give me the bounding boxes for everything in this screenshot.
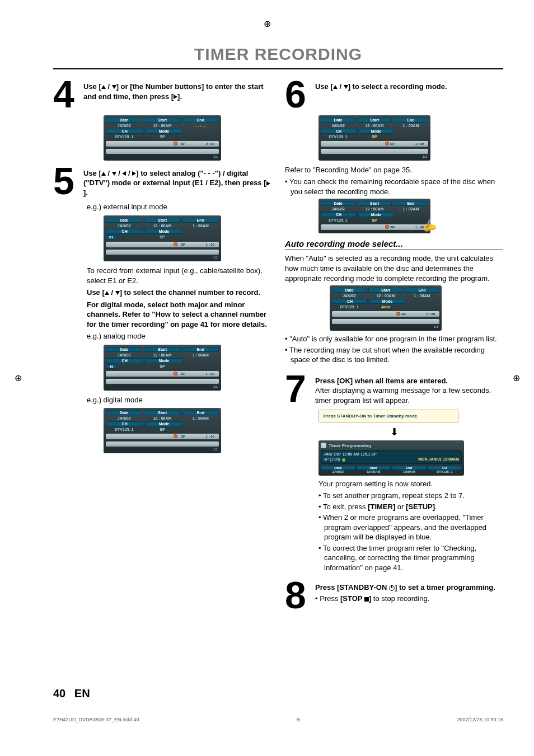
t: / <box>338 82 344 91</box>
osd-v: JAN/02 <box>321 207 355 211</box>
digital-note: For digital mode, select both major and … <box>87 300 271 330</box>
osd-h: Date <box>332 288 367 293</box>
step-8-bullet: Press [STOP ] to stop recording. <box>315 594 495 604</box>
rec-indicator-icon <box>342 458 345 462</box>
osd-e1: E1 <box>106 235 117 240</box>
osd-v: 12 : 00AM <box>144 416 180 420</box>
osd-h: CH <box>321 129 357 134</box>
osd-v: 12 : 00AM <box>144 124 180 128</box>
left-column: 4 Use [ / ] or [the Number buttons] to e… <box>53 78 271 616</box>
check-list: You can check the remaining recordable s… <box>285 177 503 196</box>
step-6-number: 6 <box>285 78 310 111</box>
t: Use [ <box>87 288 105 297</box>
osd-v: 12 : 00AM <box>144 353 180 357</box>
step-7: 7 Press [OK] when all items are entered.… <box>285 373 503 406</box>
t: [SETUP] <box>406 503 435 511</box>
footer-left: E7H42UD_DVDR3506-37_EN.indd 40 <box>53 717 139 722</box>
osd-step6: Date Start End JAN/02 12 : 00AM 1 : 00AM… <box>318 115 430 161</box>
th: Start <box>357 466 391 470</box>
osd-v: SP <box>144 135 180 139</box>
down-icon <box>115 291 120 295</box>
right-column: 6 Use [ / ] to select a recording mode. … <box>285 78 503 616</box>
eg-digital-label: e.g.) digital mode <box>87 395 271 405</box>
stored-bullets: To set another program, repeat steps 2 t… <box>318 491 503 572</box>
osd-v: SP <box>144 364 180 369</box>
osd-v: SP <box>357 135 392 139</box>
step-7-text: Press [OK] when all items are entered. A… <box>315 373 503 406</box>
rec-dot-icon <box>174 372 177 375</box>
step-6: 6 Use [ / ] to select a recording mode. <box>285 78 503 111</box>
print-footer: E7H42UD_DVDR3506-37_EN.indd 40 ⊕ 2007/12… <box>53 717 503 722</box>
osd-external: Date Start End JAN/02 12 : 00AM 1 : 00AM… <box>104 215 221 261</box>
osd-pager: 1/1 <box>332 325 439 328</box>
rec-dot-icon <box>385 142 389 145</box>
th: Date <box>321 466 355 470</box>
t: To exit, press <box>323 503 368 511</box>
up-icon <box>333 85 338 89</box>
osd-h: Mode <box>358 129 394 134</box>
osd-h: Date <box>106 218 142 223</box>
osd-h: Mode <box>145 358 182 363</box>
osd-digital: Date Start End JAN/02 12 : 00AM 1 : 00AM… <box>104 408 221 453</box>
osd-h: Mode <box>145 129 182 134</box>
t: / <box>126 169 132 177</box>
osd-v: SP <box>144 235 180 240</box>
osd-h: End <box>182 118 219 123</box>
check-bullet: You can check the remaining recordable s… <box>285 177 503 196</box>
auto-heading: Auto recording mode select... <box>285 239 503 250</box>
timer-clock: MON JAN/01 11:00AM <box>418 457 459 462</box>
td: JAN/02 <box>321 470 355 473</box>
stored-b2: To exit, press [TIMER] or [SETUP]. <box>318 502 503 512</box>
osd-time: 1 : 00 <box>415 141 424 147</box>
osd-pager: 1/1 <box>321 155 428 158</box>
th: CH <box>428 466 462 470</box>
crop-mark-left: ⊕ <box>11 372 25 385</box>
osd-pager: 1/1 <box>106 385 219 388</box>
page-num-value: 40 <box>53 687 65 699</box>
osd-h: Mode <box>358 212 394 217</box>
osd-v: DTV125. 1 <box>106 135 142 139</box>
osd-h: CH <box>106 129 143 134</box>
page-number: 40 EN <box>53 687 90 700</box>
osd-v: 1 : 00AM <box>394 124 428 128</box>
osd-time: 2 : 00 <box>206 141 214 147</box>
page-title: TIMER RECORDING <box>53 45 503 64</box>
t: ] to set a timer programming. <box>395 583 495 591</box>
osd-h: End <box>182 410 219 415</box>
t: / <box>109 288 115 297</box>
footer-right: 2007/12/28 10:53:16 <box>457 717 503 722</box>
osd-h: Start <box>357 118 392 123</box>
down-icon <box>112 172 116 176</box>
up-icon <box>105 291 109 295</box>
td: 12:00AM <box>357 470 391 473</box>
osd-h: End <box>394 118 428 123</box>
osd-v: 1 : 00AM <box>182 416 219 420</box>
osd-h: End <box>394 201 428 206</box>
play-icon <box>266 181 270 186</box>
crop-mark-right: ⊕ <box>509 372 523 385</box>
step-5: 5 Use [ / / / ] to select analog ("- - -… <box>53 165 271 198</box>
stored-b4: To correct the timer program refer to "C… <box>318 543 503 573</box>
osd-h: Date <box>321 201 355 206</box>
step-7-number: 7 <box>285 373 310 405</box>
up-icon <box>101 85 106 89</box>
osd-time: 1 : 00 <box>206 242 214 247</box>
osd-h: End <box>182 347 219 352</box>
power-icon <box>389 585 395 591</box>
timer-programming-panel: Timer Programming JAN/ 2/07 12:00 AM 125… <box>318 440 464 475</box>
auto-body: When "Auto" is selected as a recording m… <box>285 253 503 283</box>
osd-v: 1 : 00AM <box>405 294 439 298</box>
crop-mark-top: ⊕ <box>260 17 274 30</box>
down-icon <box>344 85 348 89</box>
t: Use [ <box>83 82 101 91</box>
step-8-text: Press [STANDBY-ON ] to set a timer progr… <box>315 579 495 604</box>
osd-h: Mode <box>145 421 182 426</box>
osd-sp: SP <box>181 434 185 439</box>
osd-step4: Date Start End JAN/02 12 : 00AM - - : - … <box>104 115 221 161</box>
td: DTV125. 1 <box>428 470 462 473</box>
step-5-number: 5 <box>53 165 78 198</box>
channel-instr: Use [ / ] to select the channel number t… <box>87 288 271 298</box>
osd-h: Mode <box>369 299 405 304</box>
t: ] to select a recording mode. <box>348 82 447 91</box>
osd-h: Start <box>144 118 180 123</box>
